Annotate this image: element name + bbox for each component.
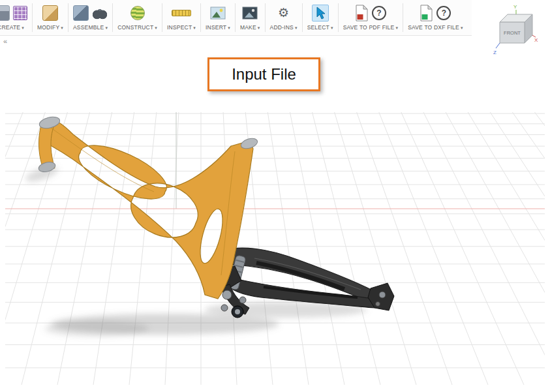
toolbar-group-modify[interactable]: MODIFY▾	[33, 0, 68, 35]
bottom-bracket-axle	[235, 309, 240, 314]
chevron-down-icon: ▾	[461, 25, 463, 30]
input-file-label: Input File	[232, 65, 296, 83]
chevron-down-icon: ▾	[193, 25, 196, 30]
help-icon[interactable]: ?	[436, 6, 451, 20]
insert-image-icon[interactable]	[210, 7, 226, 20]
chevron-down-icon: ▾	[105, 25, 108, 30]
pdf-document-icon[interactable]	[355, 5, 369, 22]
make-menu[interactable]: MAKE▾	[240, 24, 260, 31]
chevron-down-icon: ▾	[295, 25, 298, 30]
select-cursor-icon[interactable]	[314, 7, 326, 20]
pivot-bolt	[221, 305, 228, 311]
toolbar-group-make[interactable]: MAKE▾	[236, 0, 265, 35]
chevron-down-icon: ▾	[331, 25, 333, 30]
save-dxf-menu[interactable]: SAVE TO DXF FILE▾	[408, 24, 463, 31]
toolbar-group-add-ins[interactable]: ADD-INS▾	[266, 0, 302, 35]
construct-menu[interactable]: CONSTRUCT▾	[117, 24, 157, 31]
insert-menu[interactable]: INSERT▾	[206, 24, 230, 31]
modify-menu-label: MODIFY	[37, 24, 59, 31]
dropout-bolt	[376, 302, 380, 307]
create-menu-label: CREATE	[0, 24, 20, 31]
add-ins-menu[interactable]: ADD-INS▾	[270, 24, 298, 31]
add-ins-menu-label: ADD-INS	[270, 24, 294, 31]
toolbar-group-insert[interactable]: INSERT▾	[201, 0, 235, 35]
select-highlight	[312, 5, 329, 22]
modify-menu[interactable]: MODIFY▾	[37, 24, 63, 31]
dxf-document-icon[interactable]	[420, 5, 433, 22]
toolbar-group-construct[interactable]: CONSTRUCT▾	[113, 0, 162, 35]
help-icon[interactable]: ?	[372, 6, 386, 20]
view-cube[interactable]: Y FRONT X Z	[493, 3, 540, 56]
create-menu[interactable]: CREATE▾	[0, 24, 24, 31]
make-menu-label: MAKE	[240, 24, 256, 31]
chevron-down-icon: ▾	[395, 25, 398, 30]
toolbar-group-save-pdf[interactable]: ? SAVE TO PDF FILE▾	[339, 0, 403, 35]
create-pattern-icon[interactable]	[13, 6, 27, 20]
select-menu-label: SELECT	[307, 24, 329, 31]
toolbar-group-create[interactable]: CREATE▾	[0, 0, 32, 35]
add-ins-gear-icon[interactable]	[276, 5, 292, 21]
assemble-joint-icon[interactable]	[73, 5, 89, 21]
ribbon-toolbar: CREATE▾ MODIFY▾ ASSEMBLE▾ CONSTRUCT▾ INS…	[0, 0, 472, 36]
modify-press-pull-icon[interactable]	[42, 5, 58, 21]
viewcube-front-label: FRONT	[504, 30, 521, 36]
chevron-down-icon: ▾	[228, 25, 230, 30]
x-axis-label: X	[534, 37, 538, 43]
viewport-canvas[interactable]	[5, 112, 545, 385]
y-axis-label: Y	[513, 4, 517, 10]
toolbar-group-save-dxf[interactable]: ? SAVE TO DXF FILE▾	[403, 0, 468, 35]
construct-menu-label: CONSTRUCT	[117, 24, 153, 31]
save-pdf-menu-label: SAVE TO PDF FILE	[343, 24, 395, 31]
inspect-menu[interactable]: INSPECT▾	[167, 24, 196, 31]
rear-swingarm[interactable]	[223, 248, 394, 310]
create-solid-icon[interactable]	[0, 5, 10, 21]
save-dxf-menu-label: SAVE TO DXF FILE	[408, 24, 459, 31]
make-image-icon[interactable]	[242, 7, 258, 20]
input-file-callout: Input File	[207, 57, 320, 91]
pivot-bolt	[239, 297, 246, 303]
pivot-bolt	[222, 290, 232, 299]
interference-check-icon[interactable]	[92, 5, 108, 21]
inspect-menu-label: INSPECT	[167, 24, 192, 31]
chevron-down-icon: ▾	[61, 25, 63, 30]
toolbar-group-assemble[interactable]: ASSEMBLE▾	[69, 0, 112, 35]
dropout-bolt	[379, 292, 386, 298]
collapse-toolbar-button[interactable]: «	[3, 37, 7, 45]
toolbar-group-select[interactable]: SELECT▾	[303, 0, 338, 35]
chevron-down-icon: ▾	[258, 25, 260, 30]
insert-menu-label: INSERT	[206, 24, 226, 31]
construct-plane-icon[interactable]	[130, 6, 145, 20]
select-menu[interactable]: SELECT▾	[307, 24, 333, 31]
assemble-menu-label: ASSEMBLE	[73, 24, 104, 31]
chevron-down-icon: ▾	[155, 25, 157, 30]
chevron-down-icon: ▾	[22, 25, 24, 30]
assemble-menu[interactable]: ASSEMBLE▾	[73, 24, 108, 31]
save-pdf-menu[interactable]: SAVE TO PDF FILE▾	[343, 24, 399, 31]
z-axis-line	[496, 43, 500, 48]
toolbar-group-inspect[interactable]: INSPECT▾	[162, 0, 200, 35]
front-frame[interactable]	[38, 115, 259, 299]
z-axis-label: Z	[493, 50, 497, 55]
inspect-measure-icon[interactable]	[172, 10, 191, 16]
